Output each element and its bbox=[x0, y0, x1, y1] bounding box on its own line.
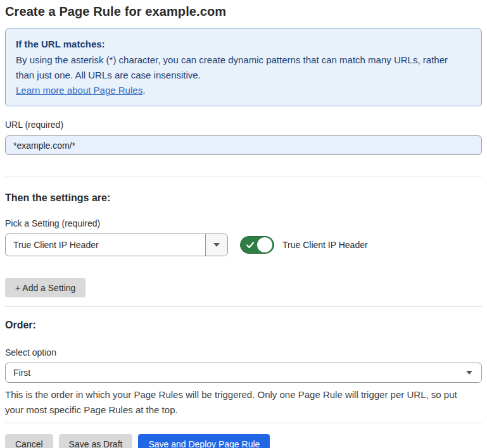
add-setting-button[interactable]: + Add a Setting bbox=[5, 278, 85, 297]
footer-divider bbox=[5, 423, 482, 423]
page-title: Create a Page Rule for example.com bbox=[5, 3, 482, 19]
info-box-heading: If the URL matches: bbox=[16, 37, 471, 51]
check-icon bbox=[246, 240, 255, 249]
info-box-link-line: Learn more about Page Rules. bbox=[16, 83, 471, 98]
toggle-knob bbox=[257, 237, 272, 252]
url-input[interactable] bbox=[5, 135, 482, 155]
link-period: . bbox=[142, 85, 145, 96]
save-as-draft-button[interactable]: Save as Draft bbox=[59, 434, 133, 448]
setting-row: True Client IP Header True Client IP Hea… bbox=[5, 233, 482, 256]
url-field-label: URL (required) bbox=[5, 120, 482, 130]
save-and-deploy-button[interactable]: Save and Deploy Page Rule bbox=[138, 434, 270, 448]
learn-more-link[interactable]: Learn more about Page Rules bbox=[16, 85, 142, 96]
setting-select-value: True Client IP Header bbox=[6, 234, 205, 256]
cancel-button[interactable]: Cancel bbox=[5, 434, 53, 448]
form-actions: Cancel Save as Draft Save and Deploy Pag… bbox=[5, 434, 482, 448]
order-section-heading: Order: bbox=[5, 320, 482, 331]
chevron-down-icon bbox=[213, 243, 220, 247]
info-box-body: By using the asterisk (*) character, you… bbox=[16, 53, 465, 83]
true-client-ip-toggle[interactable] bbox=[240, 236, 274, 254]
section-divider bbox=[5, 306, 482, 307]
pick-setting-label: Pick a Setting (required) bbox=[5, 218, 482, 229]
settings-section-heading: Then the settings are: bbox=[5, 192, 482, 204]
setting-select[interactable]: True Client IP Header bbox=[5, 233, 228, 256]
toggle-label: True Client IP Header bbox=[282, 240, 368, 250]
url-match-info-box: If the URL matches: By using the asteris… bbox=[5, 28, 482, 106]
setting-select-arrow-button[interactable] bbox=[205, 234, 227, 256]
create-page-rule-form: Create a Page Rule for example.com If th… bbox=[0, 0, 487, 448]
section-divider bbox=[5, 177, 482, 177]
order-select-label: Select option bbox=[5, 347, 482, 358]
order-select-value: First bbox=[13, 368, 466, 378]
order-select[interactable]: First bbox=[5, 363, 482, 383]
chevron-down-icon bbox=[466, 371, 472, 375]
order-help-text: This is the order in which your Page Rul… bbox=[5, 387, 474, 418]
